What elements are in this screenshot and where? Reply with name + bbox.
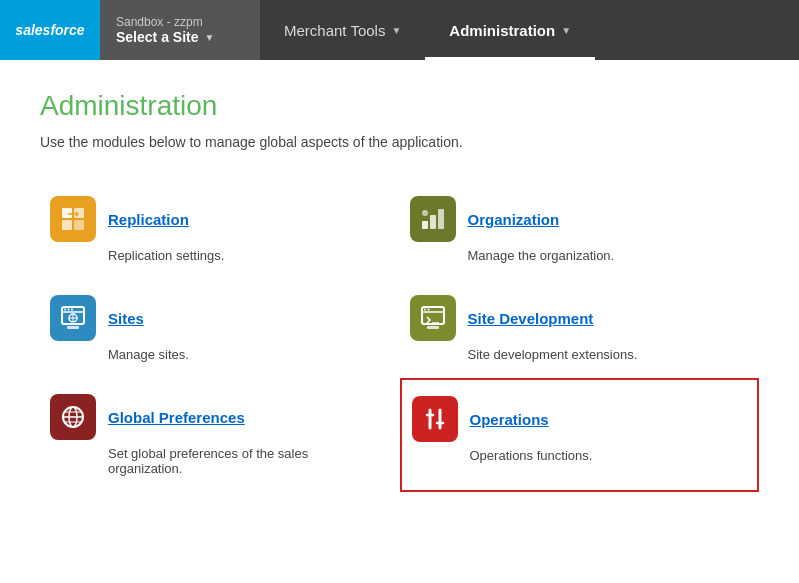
replication-icon: [50, 196, 96, 242]
nav-merchant-tools-label: Merchant Tools: [284, 22, 385, 39]
module-sites: Sites Manage sites.: [40, 279, 400, 378]
organization-description: Manage the organization.: [410, 248, 740, 263]
administration-arrow-icon: ▼: [561, 25, 571, 36]
sandbox-area: Sandbox - zzpm Select a Site ▼: [100, 0, 260, 60]
header: salesforce Sandbox - zzpm Select a Site …: [0, 0, 799, 60]
module-organization: Organization Manage the organization.: [400, 180, 760, 279]
operations-description: Operations functions.: [412, 448, 738, 463]
svg-point-13: [68, 309, 70, 311]
svg-rect-7: [430, 215, 436, 229]
svg-point-21: [424, 309, 426, 311]
organization-link[interactable]: Organization: [468, 211, 560, 228]
operations-icon: [412, 396, 458, 442]
merchant-tools-arrow-icon: ▼: [391, 25, 401, 36]
svg-rect-4: [62, 220, 72, 230]
module-operations-header: Operations: [412, 396, 738, 442]
module-site-development-header: Site Development: [410, 295, 740, 341]
svg-rect-3: [74, 208, 84, 218]
svg-rect-8: [438, 209, 444, 229]
svg-text:salesforce: salesforce: [16, 22, 84, 38]
module-site-development: Site Development Site development extens…: [400, 279, 760, 378]
global-preferences-description: Set global preferences of the sales orga…: [50, 446, 380, 476]
svg-rect-18: [67, 326, 79, 329]
sandbox-name: Sandbox - zzpm: [116, 15, 244, 29]
site-development-icon: [410, 295, 456, 341]
module-sites-header: Sites: [50, 295, 380, 341]
modules-grid: Replication Replication settings. Organi…: [40, 180, 759, 492]
nav-item-merchant-tools[interactable]: Merchant Tools ▼: [260, 0, 425, 60]
sites-icon: [50, 295, 96, 341]
salesforce-logo-area: salesforce: [0, 0, 100, 60]
svg-point-9: [422, 210, 428, 216]
nav-item-administration[interactable]: Administration ▼: [425, 0, 595, 60]
svg-point-14: [71, 309, 73, 311]
main-content: Administration Use the modules below to …: [0, 60, 799, 522]
select-site-button[interactable]: Select a Site ▼: [116, 29, 244, 45]
sites-description: Manage sites.: [50, 347, 380, 362]
nav-administration-label: Administration: [449, 22, 555, 39]
select-site-arrow-icon: ▼: [205, 32, 215, 43]
main-nav: Merchant Tools ▼ Administration ▼: [260, 0, 799, 60]
page-description: Use the modules below to manage global a…: [40, 134, 759, 150]
sites-link[interactable]: Sites: [108, 310, 144, 327]
module-global-preferences: Global Preferences Set global preference…: [40, 378, 400, 492]
svg-rect-6: [422, 221, 428, 229]
global-preferences-link[interactable]: Global Preferences: [108, 409, 245, 426]
svg-point-12: [64, 309, 66, 311]
svg-rect-5: [74, 220, 84, 230]
svg-point-22: [427, 309, 429, 311]
module-replication: Replication Replication settings.: [40, 180, 400, 279]
operations-link[interactable]: Operations: [470, 411, 549, 428]
global-preferences-icon: [50, 394, 96, 440]
svg-rect-24: [427, 326, 439, 329]
module-operations: Operations Operations functions.: [400, 378, 760, 492]
module-global-preferences-header: Global Preferences: [50, 394, 380, 440]
site-development-link[interactable]: Site Development: [468, 310, 594, 327]
site-development-description: Site development extensions.: [410, 347, 740, 362]
page-title: Administration: [40, 90, 759, 122]
module-organization-header: Organization: [410, 196, 740, 242]
replication-link[interactable]: Replication: [108, 211, 189, 228]
select-site-label: Select a Site: [116, 29, 199, 45]
module-replication-header: Replication: [50, 196, 380, 242]
svg-rect-2: [62, 208, 72, 218]
replication-description: Replication settings.: [50, 248, 380, 263]
salesforce-logo: salesforce: [16, 8, 84, 52]
organization-icon: [410, 196, 456, 242]
